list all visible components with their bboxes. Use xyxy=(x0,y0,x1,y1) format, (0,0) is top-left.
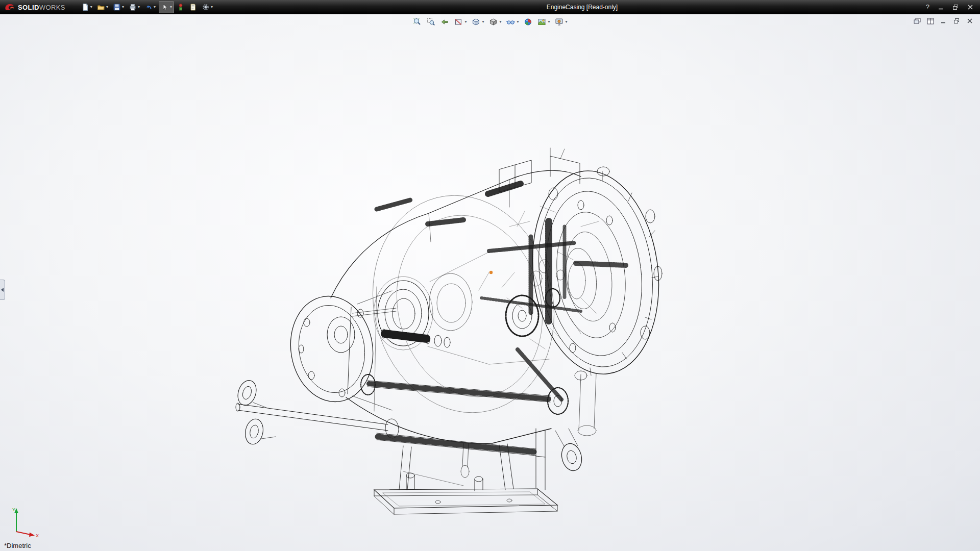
display-style-button[interactable]: ▾ xyxy=(488,17,502,27)
heads-up-toolbar: ▾ ▾ ▾ ▾ xyxy=(412,17,568,27)
graphics-area[interactable]: ▾ ▾ ▾ ▾ xyxy=(0,14,980,551)
zoom-to-fit-button[interactable] xyxy=(412,17,422,27)
section-view-icon xyxy=(454,17,463,27)
file-properties-button[interactable] xyxy=(187,1,199,13)
minimize-window-button[interactable] xyxy=(937,4,944,11)
triad-x-label: X xyxy=(36,533,39,538)
display-style-icon xyxy=(488,17,498,27)
zoom-to-fit-icon xyxy=(412,17,422,27)
minimize-icon xyxy=(938,4,944,10)
cad-model-wireframe[interactable] xyxy=(224,145,663,522)
new-document-button[interactable]: ▾ xyxy=(80,1,94,13)
open-dropdown-caret[interactable]: ▾ xyxy=(106,5,108,9)
minimize-document-button[interactable] xyxy=(940,17,947,24)
section-view-caret[interactable]: ▾ xyxy=(464,20,467,24)
new-document-icon xyxy=(81,3,89,11)
help-button[interactable]: ? xyxy=(926,3,929,11)
section-view-button[interactable]: ▾ xyxy=(453,17,467,27)
options-gear-icon xyxy=(202,3,210,11)
brand-text-works: WORKS xyxy=(39,4,65,11)
open-button[interactable]: ▾ xyxy=(95,1,110,13)
solidworks-logo-icon xyxy=(4,3,15,11)
undo-button[interactable]: ▾ xyxy=(143,1,157,13)
window-title: EngineCasing [Read-only] xyxy=(547,0,618,14)
options-dropdown-caret[interactable]: ▾ xyxy=(211,5,213,9)
view-orientation-caret[interactable]: ▾ xyxy=(482,20,484,24)
undo-arrow-icon xyxy=(144,3,153,11)
restore-document-icon xyxy=(953,18,960,24)
hide-show-items-glasses-icon xyxy=(506,17,516,27)
print-icon xyxy=(129,3,137,11)
close-window-button[interactable] xyxy=(967,4,974,11)
model-bracket-left[interactable] xyxy=(235,378,276,446)
save-floppy-icon xyxy=(113,3,121,11)
previous-view-icon xyxy=(440,17,449,27)
main-toolbar: ▾ ▾ ▾ ▾ xyxy=(80,1,214,13)
xpress-products-icon xyxy=(177,3,184,11)
feature-manager-collapsed-tab[interactable] xyxy=(0,280,5,300)
xpress-products-button[interactable] xyxy=(176,1,186,13)
flyout-arrow-icon xyxy=(1,288,4,292)
tile-windows-icon xyxy=(927,18,934,24)
zoom-to-area-icon xyxy=(426,17,435,27)
undo-dropdown-caret[interactable]: ▾ xyxy=(154,5,156,9)
save-button[interactable]: ▾ xyxy=(111,1,126,13)
edit-appearance-button[interactable] xyxy=(523,17,533,27)
close-document-icon xyxy=(967,18,973,24)
document-window-controls xyxy=(913,17,974,24)
print-button[interactable]: ▾ xyxy=(127,1,141,13)
restore-icon xyxy=(952,4,959,10)
save-dropdown-caret[interactable]: ▾ xyxy=(122,5,124,9)
origin-marker xyxy=(489,271,493,274)
view-orientation-label: *Dimetric xyxy=(4,542,31,549)
display-style-caret[interactable]: ▾ xyxy=(499,20,501,24)
select-button[interactable]: ▾ xyxy=(159,1,174,13)
view-orientation-cube-icon xyxy=(471,17,480,27)
close-icon xyxy=(967,4,973,10)
view-settings-caret[interactable]: ▾ xyxy=(566,20,568,24)
window-controls: ? xyxy=(926,3,980,11)
zoom-to-area-button[interactable] xyxy=(426,17,436,27)
orientation-triad: Y X xyxy=(8,505,44,538)
solidworks-brand: SOLIDWORKS xyxy=(0,3,72,12)
model-housing[interactable] xyxy=(522,164,670,382)
close-document-button[interactable] xyxy=(966,17,974,24)
apply-scene-icon xyxy=(537,17,547,27)
new-dropdown-caret[interactable]: ▾ xyxy=(90,5,92,9)
options-button[interactable]: ▾ xyxy=(200,1,214,13)
select-dropdown-caret[interactable]: ▾ xyxy=(170,5,172,9)
triad-y-label: Y xyxy=(12,507,15,512)
print-dropdown-caret[interactable]: ▾ xyxy=(138,5,140,9)
brand-text-solid: SOLID xyxy=(18,4,39,11)
hide-show-items-caret[interactable]: ▾ xyxy=(517,20,519,24)
cascade-windows-button[interactable] xyxy=(913,17,921,24)
select-cursor-icon xyxy=(161,3,169,11)
apply-scene-caret[interactable]: ▾ xyxy=(548,20,550,24)
restore-window-button[interactable] xyxy=(952,4,959,11)
hide-show-items-button[interactable]: ▾ xyxy=(506,17,520,27)
model-bracket-right[interactable] xyxy=(555,429,584,473)
view-settings-icon xyxy=(555,17,564,27)
tile-windows-button[interactable] xyxy=(926,17,934,24)
restore-document-button[interactable] xyxy=(953,17,961,24)
view-orientation-button[interactable]: ▾ xyxy=(471,17,484,27)
previous-view-button[interactable] xyxy=(439,17,450,27)
view-settings-button[interactable]: ▾ xyxy=(554,17,568,27)
minimize-document-icon xyxy=(940,18,947,24)
cascade-windows-icon xyxy=(914,18,921,24)
edit-appearance-ball-icon xyxy=(524,17,533,27)
model-flange[interactable] xyxy=(283,290,392,410)
title-bar: SOLIDWORKS ▾ ▾ ▾ xyxy=(0,0,980,14)
open-folder-icon xyxy=(97,3,105,11)
apply-scene-button[interactable]: ▾ xyxy=(537,17,551,27)
file-properties-icon xyxy=(189,3,197,11)
